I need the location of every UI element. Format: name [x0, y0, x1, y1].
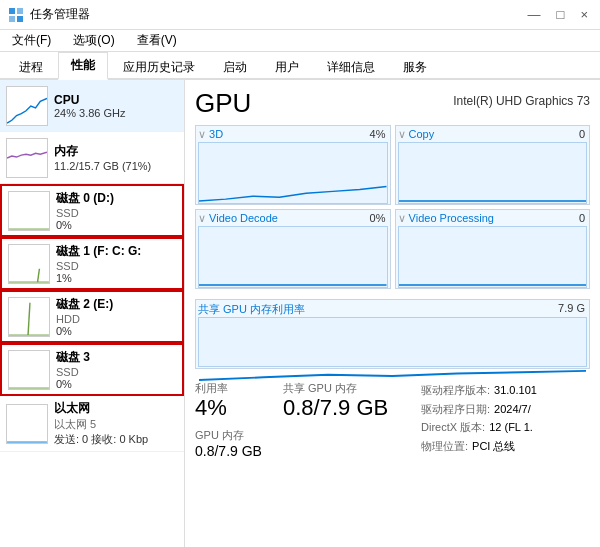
svg-line-6	[38, 268, 40, 281]
cpu-mini-graph	[6, 86, 48, 126]
location-row: 物理位置: PCI 总线	[421, 437, 590, 456]
shared-label: 共享 GPU 内存利用率	[198, 302, 305, 317]
disk3-mini-graph	[8, 350, 50, 390]
disk2-sub: HDD	[56, 313, 176, 325]
disk2-info: 磁盘 2 (E:) HDD 0%	[56, 296, 176, 337]
tab-users[interactable]: 用户	[262, 54, 312, 80]
tab-services[interactable]: 服务	[390, 54, 440, 80]
ethernet-info: 以太网 以太网 5 发送: 0 接收: 0 Kbp	[54, 400, 178, 447]
disk2-mini-graph	[8, 297, 50, 337]
chart-video-processing-area	[398, 226, 588, 288]
disk1-info: 磁盘 1 (F: C: G: SSD 1%	[56, 243, 176, 284]
maximize-button[interactable]: □	[553, 7, 569, 22]
window-controls[interactable]: — □ ×	[524, 7, 592, 22]
chart-video-processing-val: 0	[579, 212, 585, 224]
tab-details[interactable]: 详细信息	[314, 54, 388, 80]
disk1-sub: SSD	[56, 260, 176, 272]
chart-copy: ∨ Copy 0	[395, 125, 591, 205]
driver-info: 驱动程序版本: 31.0.101 驱动程序日期: 2024/7/ DirectX…	[421, 381, 590, 459]
utilization-label: 利用率	[195, 381, 275, 396]
chart-video-processing: ∨ Video Processing 0	[395, 209, 591, 289]
shared-gpu-section: 共享 GPU 内存利用率 7.9 G	[195, 299, 590, 375]
shared-memory-chart: 共享 GPU 内存利用率 7.9 G	[195, 299, 590, 369]
tab-app-history[interactable]: 应用历史记录	[110, 54, 208, 80]
disk2-name: 磁盘 2 (E:)	[56, 296, 176, 313]
tab-startup[interactable]: 启动	[210, 54, 260, 80]
chart-video-decode: ∨ Video Decode 0%	[195, 209, 391, 289]
minimize-button[interactable]: —	[524, 7, 545, 22]
tab-processes[interactable]: 进程	[6, 54, 56, 80]
shared-area	[198, 317, 587, 367]
gpu-mem-value: 0.8/7.9 GB	[195, 443, 275, 459]
sidebar-item-disk3[interactable]: 磁盘 3 SSD 0%	[0, 343, 184, 396]
directx-val: 12 (FL 1.	[489, 418, 533, 437]
memory-value: 11.2/15.7 GB (71%)	[54, 160, 178, 172]
utilization-stat: 利用率 4% GPU 内存 0.8/7.9 GB	[195, 381, 275, 459]
chart-copy-label: ∨ Copy	[398, 128, 435, 141]
close-button[interactable]: ×	[576, 7, 592, 22]
cpu-info: CPU 24% 3.86 GHz	[54, 93, 178, 119]
sidebar-item-disk1[interactable]: 磁盘 1 (F: C: G: SSD 1%	[0, 237, 184, 290]
shared-mem-stat: 共享 GPU 内存 0.8/7.9 GB	[283, 381, 413, 459]
chart-copy-val: 0	[579, 128, 585, 140]
title-bar: 任务管理器 — □ ×	[0, 0, 600, 30]
window-title: 任务管理器	[30, 6, 90, 23]
sidebar-item-disk0[interactable]: 磁盘 0 (D:) SSD 0%	[0, 184, 184, 237]
directx-label: DirectX 版本:	[421, 418, 485, 437]
driver-date-label: 驱动程序日期:	[421, 400, 490, 419]
disk0-sub: SSD	[56, 207, 176, 219]
sidebar: CPU 24% 3.86 GHz 内存 11.2/15.7 GB (71%)	[0, 80, 185, 547]
sidebar-item-memory[interactable]: 内存 11.2/15.7 GB (71%)	[0, 132, 184, 184]
chart-video-decode-label: ∨ Video Decode	[198, 212, 278, 225]
menu-view[interactable]: 查看(V)	[131, 30, 183, 51]
disk3-name: 磁盘 3	[56, 349, 176, 366]
title-bar-left: 任务管理器	[8, 6, 90, 23]
ethernet-mini-graph	[6, 404, 48, 444]
tab-performance[interactable]: 性能	[58, 52, 108, 80]
chart-3d-val: 4%	[370, 128, 386, 140]
chart-3d: ∨ 3D 4%	[195, 125, 391, 205]
svg-rect-0	[9, 8, 15, 14]
disk1-val: 1%	[56, 272, 176, 284]
disk0-name: 磁盘 0 (D:)	[56, 190, 176, 207]
driver-date-row: 驱动程序日期: 2024/7/	[421, 400, 590, 419]
menu-options[interactable]: 选项(O)	[67, 30, 120, 51]
charts-grid: ∨ 3D 4% ∨ Copy 0	[195, 125, 590, 293]
location-val: PCI 总线	[472, 437, 515, 456]
sidebar-item-cpu[interactable]: CPU 24% 3.86 GHz	[0, 80, 184, 132]
disk0-val: 0%	[56, 219, 176, 231]
shared-mem-label: 共享 GPU 内存	[283, 381, 413, 396]
menu-bar: 文件(F) 选项(O) 查看(V)	[0, 30, 600, 52]
disk3-sub: SSD	[56, 366, 176, 378]
gpu-header: GPU Intel(R) UHD Graphics 73	[195, 88, 590, 119]
sidebar-item-disk2[interactable]: 磁盘 2 (E:) HDD 0%	[0, 290, 184, 343]
svg-rect-3	[17, 16, 23, 22]
chart-video-decode-val: 0%	[370, 212, 386, 224]
gpu-model: Intel(R) UHD Graphics 73	[453, 94, 590, 108]
sidebar-item-ethernet[interactable]: 以太网 以太网 5 发送: 0 接收: 0 Kbp	[0, 396, 184, 452]
chart-video-processing-label: ∨ Video Processing	[398, 212, 494, 225]
memory-mini-graph	[6, 138, 48, 178]
cpu-name: CPU	[54, 93, 178, 107]
right-panel: GPU Intel(R) UHD Graphics 73 ∨ 3D 4%	[185, 80, 600, 547]
svg-rect-1	[17, 8, 23, 14]
disk1-name: 磁盘 1 (F: C: G:	[56, 243, 176, 260]
shared-mem-value: 0.8/7.9 GB	[283, 396, 413, 420]
gpu-mem-label: GPU 内存	[195, 428, 275, 443]
app-icon	[8, 7, 24, 23]
driver-version-val: 31.0.101	[494, 381, 537, 400]
svg-rect-2	[9, 16, 15, 22]
shared-val: 7.9 G	[558, 302, 585, 314]
tab-bar: 进程 性能 应用历史记录 启动 用户 详细信息 服务	[0, 52, 600, 80]
stats-row: 利用率 4% GPU 内存 0.8/7.9 GB 共享 GPU 内存 0.8/7…	[195, 381, 590, 459]
directx-row: DirectX 版本: 12 (FL 1.	[421, 418, 590, 437]
driver-version-label: 驱动程序版本:	[421, 381, 490, 400]
driver-date-val: 2024/7/	[494, 400, 531, 419]
memory-name: 内存	[54, 143, 178, 160]
gpu-title: GPU	[195, 88, 251, 119]
cpu-value: 24% 3.86 GHz	[54, 107, 178, 119]
utilization-value: 4%	[195, 396, 275, 420]
chart-3d-label: ∨ 3D	[198, 128, 223, 141]
menu-file[interactable]: 文件(F)	[6, 30, 57, 51]
chart-copy-area	[398, 142, 588, 204]
